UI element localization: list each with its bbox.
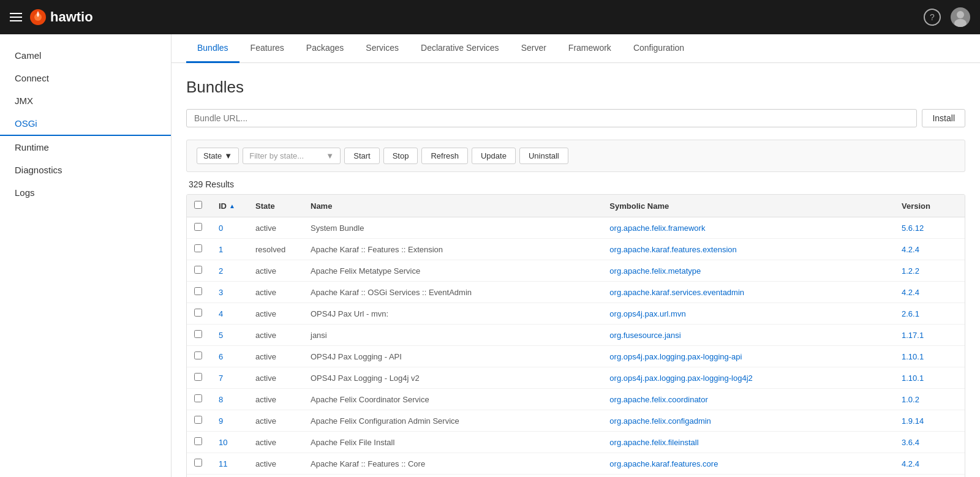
bundle-id-link[interactable]: 1 (219, 245, 223, 254)
row-checkbox[interactable] (194, 287, 202, 295)
row-checkbox[interactable] (194, 394, 202, 402)
state-dropdown-button[interactable]: State ▼ (197, 148, 239, 164)
bundle-id-cell: 2 (211, 260, 248, 282)
bundle-id-link[interactable]: 8 (219, 395, 223, 404)
bundle-id-link[interactable]: 5 (219, 331, 223, 340)
bundle-state-cell: active (248, 453, 303, 475)
tab-configuration[interactable]: Configuration (622, 34, 695, 63)
bundle-version-cell: 1.0.2 (894, 389, 965, 410)
refresh-button[interactable]: Refresh (421, 148, 468, 164)
bundle-symbolic-name-cell: org.ops4j.pax.logging.pax-logging-api (602, 346, 894, 367)
bundle-id-cell: 6 (211, 346, 248, 367)
table-row: 4 active OPS4J Pax Url - mvn: org.ops4j.… (187, 303, 965, 325)
th-id[interactable]: ID ▲ (211, 195, 248, 217)
bundle-id-link[interactable]: 7 (219, 374, 223, 383)
bundle-symbolic-link[interactable]: org.ops4j.pax.logging.pax-logging-log4j2 (609, 374, 752, 383)
tab-bundles[interactable]: Bundles (186, 34, 239, 63)
bundle-symbolic-name-cell: org.ops4j.pax.url.mvn (602, 303, 894, 325)
row-checkbox-cell (187, 389, 211, 410)
bundle-state-cell: active (248, 260, 303, 282)
bundle-symbolic-link[interactable]: org.apache.felix.framework (609, 223, 705, 233)
bundle-symbolic-link[interactable]: org.apache.felix.configadmin (609, 416, 711, 426)
sidebar-item-connect[interactable]: Connect (0, 67, 171, 89)
row-checkbox[interactable] (194, 266, 202, 274)
svg-point-3 (954, 19, 967, 27)
bundle-symbolic-name-cell: org.apache.karaf.features.extension (602, 239, 894, 260)
sidebar-item-diagnostics[interactable]: Diagnostics (0, 159, 171, 181)
tab-framework[interactable]: Framework (557, 34, 622, 63)
bundle-version-cell: 1.10.1 (894, 367, 965, 389)
filter-by-state-select[interactable]: Filter by state... ▼ (243, 148, 341, 164)
bundles-table-wrapper: ID ▲ State Name Symbolic Name Version (186, 194, 965, 477)
bundle-symbolic-link[interactable]: org.apache.felix.metatype (609, 266, 701, 276)
hamburger-menu[interactable] (10, 13, 22, 21)
row-checkbox[interactable] (194, 459, 202, 467)
id-sort-icon: ▲ (229, 203, 235, 209)
table-row: 3 active Apache Karaf :: OSGi Services :… (187, 282, 965, 303)
install-button[interactable]: Install (922, 109, 965, 127)
top-nav-right: ? (924, 7, 970, 27)
bundle-id-link[interactable]: 11 (219, 459, 227, 468)
bundle-version-cell: 5.6.12 (894, 217, 965, 239)
row-checkbox[interactable] (194, 416, 202, 424)
uninstall-button[interactable]: Uninstall (519, 148, 568, 164)
row-checkbox[interactable] (194, 351, 202, 359)
bundle-id-link[interactable]: 4 (219, 309, 223, 318)
sidebar-item-osgi[interactable]: OSGi (0, 112, 171, 136)
tab-declarative-services[interactable]: Declarative Services (410, 34, 510, 63)
row-checkbox-cell (187, 282, 211, 303)
bundle-id-link[interactable]: 9 (219, 416, 223, 426)
table-row: 6 active OPS4J Pax Logging - API org.ops… (187, 346, 965, 367)
bundle-url-input[interactable] (186, 109, 917, 127)
bundle-symbolic-link[interactable]: org.apache.felix.fileinstall (609, 438, 698, 447)
row-checkbox[interactable] (194, 244, 202, 252)
row-checkbox[interactable] (194, 330, 202, 338)
user-avatar[interactable] (951, 7, 970, 27)
tab-features[interactable]: Features (239, 34, 295, 63)
bundle-symbolic-link[interactable]: org.apache.karaf.services.eventadmin (609, 288, 744, 297)
sidebar-item-runtime[interactable]: Runtime (0, 136, 171, 159)
select-all-checkbox[interactable] (194, 201, 202, 209)
bundle-id-link[interactable]: 3 (219, 288, 223, 297)
bundle-id-cell: 11 (211, 453, 248, 475)
main-layout: Camel Connect JMX OSGi Runtime Diagnosti… (0, 34, 980, 477)
table-row: 10 active Apache Felix File Install org.… (187, 432, 965, 453)
update-button[interactable]: Update (472, 148, 516, 164)
tab-services[interactable]: Services (355, 34, 410, 63)
bundle-id-link[interactable]: 10 (219, 438, 227, 447)
bundle-symbolic-name-cell: org.apache.felix.metatype (602, 260, 894, 282)
sidebar-item-jmx[interactable]: JMX (0, 89, 171, 112)
row-checkbox[interactable] (194, 223, 202, 231)
bundle-symbolic-link[interactable]: org.ops4j.pax.logging.pax-logging-api (609, 352, 742, 361)
bundle-symbolic-link[interactable]: org.apache.karaf.features.extension (609, 245, 736, 254)
bundle-symbolic-link[interactable]: org.fusesource.jansi (609, 331, 680, 340)
table-row: 1 resolved Apache Karaf :: Features :: E… (187, 239, 965, 260)
help-icon[interactable]: ? (924, 9, 941, 26)
row-checkbox[interactable] (194, 437, 202, 445)
sidebar-item-logs[interactable]: Logs (0, 181, 171, 204)
bundle-name-cell: jansi (303, 325, 602, 346)
bundle-symbolic-link[interactable]: org.apache.karaf.features.core (609, 459, 718, 468)
sidebar-item-camel[interactable]: Camel (0, 44, 171, 67)
bundle-name-cell: OPS4J Pax Logging - Log4j v2 (303, 367, 602, 389)
row-checkbox[interactable] (194, 373, 202, 381)
bundle-id-cell: 1 (211, 239, 248, 260)
tab-server[interactable]: Server (510, 34, 557, 63)
bundle-id-link[interactable]: 2 (219, 266, 223, 276)
start-button[interactable]: Start (344, 148, 379, 164)
bundle-symbolic-name-cell: org.apache.felix.configadmin (602, 410, 894, 432)
bundle-symbolic-link[interactable]: org.ops4j.pax.url.mvn (609, 309, 685, 318)
th-symbolic-name: Symbolic Name (602, 195, 894, 217)
row-checkbox[interactable] (194, 309, 202, 317)
stop-button[interactable]: Stop (383, 148, 418, 164)
bundle-id-link[interactable]: 0 (219, 223, 223, 233)
bundle-state-cell: active (248, 475, 303, 478)
tab-packages[interactable]: Packages (295, 34, 355, 63)
filter-chevron-icon: ▼ (326, 151, 334, 160)
sidebar: Camel Connect JMX OSGi Runtime Diagnosti… (0, 34, 172, 477)
bundle-version-cell: 3.6.4 (894, 432, 965, 453)
bundle-id-link[interactable]: 6 (219, 352, 223, 361)
table-body: 0 active System Bundle org.apache.felix.… (187, 217, 965, 478)
bundle-name-cell: Apache Felix Configuration Admin Service (303, 410, 602, 432)
bundle-symbolic-link[interactable]: org.apache.felix.coordinator (609, 395, 707, 404)
